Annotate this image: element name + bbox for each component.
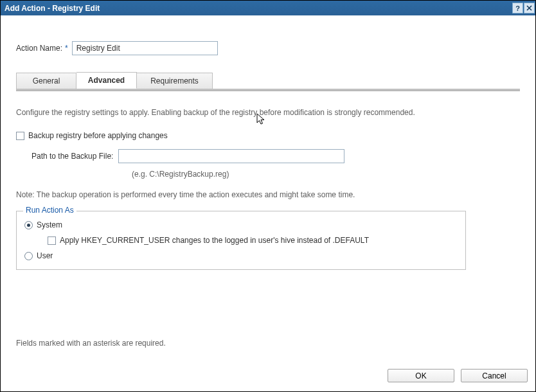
tab-advanced[interactable]: Advanced (76, 72, 137, 89)
close-button[interactable] (524, 3, 535, 13)
backup-note: Note: The backup operation is performed … (16, 190, 520, 199)
run-as-fieldset: Run Action As System Apply HKEY_CURRENT_… (16, 211, 466, 270)
help-button[interactable]: ? (512, 3, 523, 13)
apply-hkcu-row: Apply HKEY_CURRENT_USER changes to the l… (48, 236, 458, 245)
run-as-system-radio[interactable] (24, 221, 33, 229)
apply-hkcu-label: Apply HKEY_CURRENT_USER changes to the l… (60, 236, 369, 245)
dialog-add-action: Add Action - Registry Edit ? Action Name… (0, 0, 536, 392)
backup-checkbox-row: Backup registry before applying changes (16, 131, 520, 140)
action-name-label: Action Name: (16, 44, 62, 53)
panel-description: Configure the registry settings to apply… (16, 108, 520, 117)
backup-path-label: Path to the Backup File: (31, 152, 113, 161)
required-fields-note: Fields marked with an asterisk are requi… (16, 339, 166, 348)
run-as-legend: Run Action As (23, 206, 76, 215)
advanced-panel: Configure the registry settings to apply… (16, 91, 520, 270)
backup-checkbox-label: Backup registry before applying changes (28, 131, 168, 140)
apply-hkcu-checkbox[interactable] (48, 236, 56, 245)
tab-requirements[interactable]: Requirements (137, 73, 213, 89)
backup-path-row: Path to the Backup File: (31, 149, 520, 163)
backup-checkbox[interactable] (16, 132, 24, 140)
action-name-input[interactable] (72, 41, 218, 55)
run-as-user-label: User (37, 251, 53, 260)
required-asterisk: * (65, 44, 68, 53)
cancel-button[interactable]: Cancel (461, 369, 528, 382)
backup-path-hint: (e.g. C:\RegistryBackup.reg) (132, 170, 520, 179)
run-as-user-radio[interactable] (24, 252, 33, 260)
run-as-system-label: System (37, 220, 62, 229)
dialog-content: Action Name: * General Advanced Requirem… (1, 15, 535, 391)
tab-general[interactable]: General (16, 73, 76, 89)
run-as-system-row: System (24, 220, 458, 229)
run-as-user-row: User (24, 251, 458, 260)
ok-button[interactable]: OK (388, 369, 454, 382)
backup-path-input[interactable] (118, 149, 344, 163)
button-bar: OK Cancel (388, 369, 528, 382)
tab-bar: General Advanced Requirements (16, 72, 520, 91)
action-name-row: Action Name: * (16, 41, 520, 55)
titlebar: Add Action - Registry Edit ? (1, 1, 535, 15)
window-title: Add Action - Registry Edit (4, 4, 512, 13)
